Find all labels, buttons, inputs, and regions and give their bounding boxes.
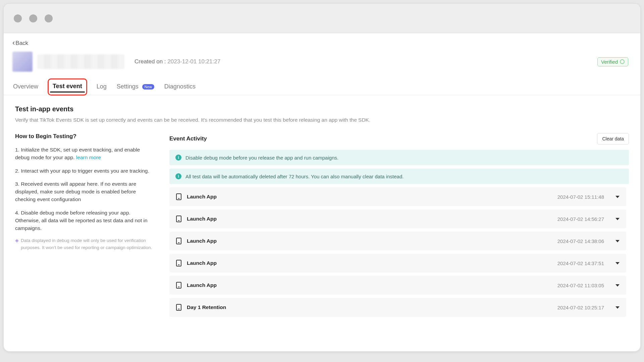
info-icon: i <box>175 173 181 179</box>
activity-header: Event Activity Clear data <box>169 133 629 144</box>
chevron-down-icon <box>615 240 620 242</box>
howto-step-4: 4. Disable debug mode before releasing y… <box>15 209 153 232</box>
page-title: Test in-app events <box>15 105 629 113</box>
app-window: Back Created on : 2023-12-01 10:21:27 Ve… <box>3 3 641 352</box>
howto-panel: How to Begin Testing? 1. Initialize the … <box>15 133 153 345</box>
app-icon <box>12 52 33 72</box>
check-circle-icon <box>620 59 625 64</box>
event-row[interactable]: Day 1 Retention2024-07-02 10:25:17 <box>169 298 626 317</box>
howto-note: ◈ Data displayed in debug mode will only… <box>15 237 153 251</box>
page-desc: Verify that TikTok Events SDK is set up … <box>15 117 629 123</box>
event-name: Launch App <box>187 260 217 266</box>
chevron-down-icon <box>615 306 620 309</box>
back-button[interactable]: Back <box>12 39 28 47</box>
verified-badge: Verified <box>597 57 628 66</box>
event-timestamp: 2024-07-02 14:37:51 <box>557 260 604 266</box>
event-timestamp: 2024-07-02 15:11:48 <box>557 194 604 200</box>
new-badge: New <box>142 84 154 89</box>
info-icon: ◈ <box>15 237 19 251</box>
event-timestamp: 2024-07-02 14:38:06 <box>557 238 604 244</box>
tab-log[interactable]: Log <box>96 83 107 95</box>
info-banner-2: i All test data will be automatically de… <box>169 169 629 184</box>
event-list[interactable]: Launch App2024-07-02 15:11:48Launch App2… <box>169 187 629 345</box>
window-titlebar <box>4 4 640 33</box>
event-row[interactable]: Launch App2024-07-02 11:03:05 <box>169 276 626 295</box>
info-banner-1: i Disable debug mode before you release … <box>169 150 629 165</box>
event-timestamp: 2024-07-02 11:03:05 <box>557 283 604 288</box>
event-timestamp: 2024-07-02 14:56:27 <box>557 216 604 222</box>
howto-step-1: 1. Initialize the SDK, set up event trac… <box>15 146 153 162</box>
tab-diagnostics[interactable]: Diagnostics <box>164 83 196 95</box>
event-timestamp: 2024-07-02 10:25:17 <box>557 305 604 310</box>
activity-title: Event Activity <box>169 135 207 142</box>
tab-settings[interactable]: Settings New <box>116 83 155 95</box>
event-name: Launch App <box>187 194 217 200</box>
chevron-down-icon <box>615 196 620 198</box>
created-on: Created on : 2023-12-01 10:21:27 <box>135 58 220 65</box>
activity-panel: Event Activity Clear data i Disable debu… <box>169 133 629 345</box>
window-dot <box>29 14 37 22</box>
header-row: Created on : 2023-12-01 10:21:27 Verifie… <box>4 47 640 72</box>
event-row[interactable]: Launch App2024-07-02 14:37:51 <box>169 254 626 273</box>
device-icon <box>176 193 181 200</box>
chevron-down-icon <box>615 218 620 220</box>
device-icon <box>176 282 181 289</box>
banner-text: Disable debug mode before you release th… <box>185 155 338 161</box>
device-icon <box>176 304 181 311</box>
tab-test-event[interactable]: Test event <box>48 78 87 96</box>
created-value: 2023-12-01 10:21:27 <box>167 58 220 65</box>
back-label: Back <box>15 40 28 47</box>
app-name-blurred <box>37 54 124 69</box>
topbar: Back <box>4 33 640 47</box>
content-area: Back Created on : 2023-12-01 10:21:27 Ve… <box>4 33 640 351</box>
event-row[interactable]: Launch App2024-07-02 15:11:48 <box>169 187 626 206</box>
event-name: Launch App <box>187 282 217 288</box>
window-dot <box>45 14 53 22</box>
window-dot <box>14 14 22 22</box>
device-icon <box>176 260 181 266</box>
chevron-down-icon <box>615 262 620 264</box>
clear-data-button[interactable]: Clear data <box>597 133 629 144</box>
event-row[interactable]: Launch App2024-07-02 14:38:06 <box>169 232 626 250</box>
learn-more-link[interactable]: learn more <box>76 155 101 160</box>
device-icon <box>176 238 181 244</box>
verified-label: Verified <box>601 59 618 65</box>
info-icon: i <box>175 155 181 161</box>
device-icon <box>176 216 181 222</box>
app-meta <box>12 52 124 72</box>
event-name: Day 1 Retention <box>187 304 226 310</box>
created-label: Created on : <box>135 58 166 65</box>
main: Test in-app events Verify that TikTok Ev… <box>4 95 640 351</box>
event-name: Launch App <box>187 238 217 244</box>
columns: How to Begin Testing? 1. Initialize the … <box>15 133 629 345</box>
event-row[interactable]: Launch App2024-07-02 14:56:27 <box>169 209 626 228</box>
howto-step-3: 3. Received events will appear here. If … <box>15 180 153 203</box>
howto-step-2: 2. Interact with your app to trigger eve… <box>15 167 153 175</box>
tab-settings-label: Settings <box>117 83 139 90</box>
chevron-left-icon <box>12 39 15 47</box>
howto-title: How to Begin Testing? <box>15 133 153 140</box>
banner-text: All test data will be automatically dele… <box>185 174 404 179</box>
tab-overview[interactable]: Overview <box>12 83 39 95</box>
event-name: Launch App <box>187 216 217 222</box>
tabs: Overview Test event Log Settings New Dia… <box>4 72 640 95</box>
chevron-down-icon <box>615 284 620 287</box>
howto-note-text: Data displayed in debug mode will only b… <box>21 237 153 251</box>
